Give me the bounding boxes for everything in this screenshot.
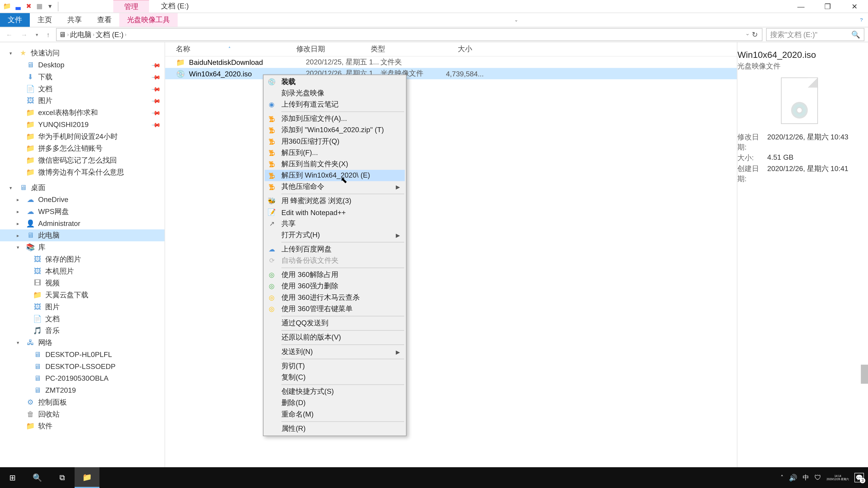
scrollbar-thumb[interactable] [861,365,868,384]
tree-admin[interactable]: Administrator [38,219,80,228]
breadcrumb-drive[interactable]: 文档 (E:) [96,30,123,40]
tree-item[interactable]: 图片 [45,302,59,312]
ctx-extractto[interactable]: 🗜解压到(F)... [265,147,405,158]
ctx-360b[interactable]: ◎使用 360强力删除 [265,281,405,292]
taskbar-clock[interactable]: 14:14 2020/12/26 星期六 [827,475,849,481]
action-center-button[interactable]: 💬 3 [855,473,864,482]
ctx-shortcut[interactable]: 创建快捷方式(S) [265,386,405,397]
nav-up-button[interactable]: ↑ [44,31,52,38]
nav-back-button[interactable]: ← [4,31,15,38]
ribbon-tab-share[interactable]: 共享 [60,13,90,27]
col-size[interactable]: 大小 [436,44,472,54]
ctx-360a[interactable]: ◎使用 360解除占用 [265,269,405,281]
breadcrumb-pc[interactable]: 此电脑 [70,30,92,40]
tree-item[interactable]: excel表格制作求和 [38,107,98,118]
ctx-extracthere[interactable]: 🗜解压到当前文件夹(X) [265,159,405,170]
start-button[interactable]: ⊞ [0,467,25,488]
tree-item[interactable]: 微信密码忘记了怎么找回 [38,155,117,165]
taskview-button[interactable]: ⧉ [50,467,74,488]
col-type[interactable]: 类型 [371,44,436,54]
tree-desktop[interactable]: Desktop [38,61,64,69]
ctx-copy[interactable]: 复制(C) [265,372,405,383]
maximize-button[interactable]: ❐ [814,0,841,13]
ctx-rename[interactable]: 重命名(M) [265,409,405,420]
close-red-icon[interactable]: ✖ [23,1,34,11]
ctx-openwith[interactable]: 打开方式(H)▶ [265,229,405,240]
ribbon-tab-home[interactable]: 主页 [30,13,60,27]
ctx-sendto[interactable]: 发送到(N)▶ [265,346,405,357]
ribbon-tab-file[interactable]: 文件 [0,13,30,27]
tree-item[interactable]: 视频 [45,278,59,288]
tree-item[interactable]: 文档 [45,314,59,324]
save-icon[interactable]: ▃ [12,1,23,11]
ribbon-tab-tools[interactable]: 光盘映像工具 [119,13,178,27]
ctx-othercomp[interactable]: 🗜其他压缩命令▶ [265,181,405,193]
taskbar-explorer[interactable]: 📁 [74,467,99,488]
close-button[interactable]: ✕ [841,0,868,13]
ctx-delete[interactable]: 删除(D) [265,397,405,409]
help-icon[interactable]: ? [855,13,868,27]
ctx-360c[interactable]: ◎使用 360进行木马云查杀 [265,292,405,303]
search-icon[interactable]: 🔍 [851,31,860,39]
tree-item[interactable]: 音乐 [45,326,59,336]
search-button[interactable]: 🔍 [25,467,50,488]
tree-item[interactable]: DESKTOP-HL0PLFL [45,350,112,359]
breadcrumb[interactable]: 🖥 › 此电脑 › 文档 (E:) › ⌄ ↻ [56,28,763,41]
tree-thispc[interactable]: 此电脑 [38,230,60,240]
tree-item[interactable]: YUNQISHI2019 [38,121,89,129]
ctx-mount[interactable]: 💿装载 [265,76,405,88]
tree-network[interactable]: 网络 [38,337,53,348]
tray-up-icon[interactable]: ˄ [780,474,783,481]
ctx-share[interactable]: ↗共享 [265,218,405,229]
ctx-burn[interactable]: 刻录光盘映像 [265,88,405,99]
file-row[interactable]: 📁 BaiduNetdiskDownload 2020/12/25, 星期五 1… [165,57,737,68]
tree-onedrive[interactable]: OneDrive [38,195,68,204]
ctx-addzip[interactable]: 🗜添加到压缩文件(A)... [265,113,405,125]
tree-item[interactable]: DESKTOP-LSSOEDP [45,362,116,371]
tree-soft[interactable]: 软件 [38,421,53,431]
tree-recycle[interactable]: 回收站 [38,409,60,419]
minimize-button[interactable]: ― [787,0,814,13]
tree-item[interactable]: 本机照片 [45,266,74,276]
tree-item[interactable]: 华为手机时间设置24小时 [38,131,118,142]
tree-item[interactable]: 天翼云盘下载 [45,290,88,300]
tree-cpanel[interactable]: 控制面板 [38,397,67,408]
ctx-extractnamed[interactable]: 🗜解压到 Win10x64_2020\ (E) [265,170,405,181]
ribbon-expand-icon[interactable]: ⌄ [510,13,523,27]
tree-wps[interactable]: WPS网盘 [38,206,69,217]
tree-item[interactable]: 保存的图片 [45,254,81,264]
ctx-npp[interactable]: 📝Edit with Notepad++ [265,207,405,218]
tree-item[interactable]: ZMT2019 [45,386,76,394]
ctx-youdao[interactable]: ◉上传到有道云笔记 [265,99,405,110]
tree-desktop2[interactable]: 桌面 [31,183,45,193]
search-input[interactable]: 搜索"文档 (E:)" 🔍 [766,28,864,41]
ribbon-tab-view[interactable]: 查看 [90,13,119,27]
chevron-icon[interactable]: › [67,32,69,37]
file-row-selected[interactable]: 💿 Win10x64_2020.iso 2020/12/26, 星期六 1...… [165,68,737,79]
tray-app-icon[interactable]: 🛡 [814,474,821,482]
tree-item[interactable]: 微博旁边有个耳朵什么意思 [38,167,124,177]
props-small-icon[interactable]: ▦ [34,1,44,11]
ctx-baidu[interactable]: ☁上传到百度网盘 [265,244,405,255]
nav-forward-button[interactable]: → [19,31,30,38]
col-name[interactable]: 名称˄ [165,44,296,54]
chevron-icon[interactable]: › [93,32,94,37]
ctx-qq[interactable]: 通过QQ发送到 [265,318,405,329]
ctx-addzipn[interactable]: 🗜添加到 "Win10x64_2020.zip" (T) [265,125,405,136]
ctx-open360[interactable]: 🗜用360压缩打开(Q) [265,136,405,147]
ctx-cut[interactable]: 剪切(T) [265,361,405,372]
ctx-props[interactable]: 属性(R) [265,423,405,434]
col-date[interactable]: 修改日期 [296,44,371,54]
volume-icon[interactable]: 🔊 [789,474,797,482]
tree-downloads[interactable]: 下载 [38,72,53,82]
ctx-honeybee[interactable]: 🐝用 蜂蜜浏览器 浏览(3) [265,195,405,207]
qa-dropdown-icon[interactable]: ▾ [45,1,55,11]
ime-indicator[interactable]: 中 [803,473,809,482]
tree-quick-access[interactable]: 快速访问 [31,48,60,58]
refresh-icon[interactable]: ↻ [752,31,758,39]
tree-item[interactable]: PC-20190530OBLA [45,374,108,383]
tree-pics[interactable]: 图片 [38,96,53,106]
ctx-360d[interactable]: ◎使用 360管理右键菜单 [265,303,405,315]
tree-docs[interactable]: 文档 [38,84,53,94]
nav-dropdown-icon[interactable]: ▾ [33,32,41,37]
